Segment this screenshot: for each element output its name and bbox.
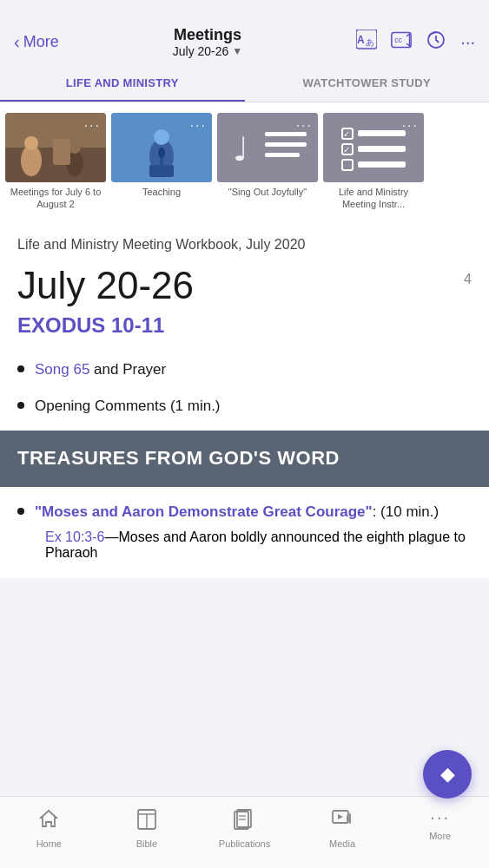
more-label: More [429, 831, 451, 841]
workbook-label: Life and Ministry Meeting Workbook, July… [17, 235, 472, 254]
publications-label: Publications [219, 838, 270, 849]
history-icon[interactable] [426, 30, 446, 55]
svg-point-18 [158, 148, 165, 158]
thumbnail-dots-4: ··· [402, 118, 419, 134]
svg-point-9 [24, 136, 38, 150]
caption-icon[interactable]: cc [391, 30, 412, 54]
song-suffix: and Prayer [89, 361, 166, 378]
tab-life-and-ministry[interactable]: LIFE AND MINISTRY [0, 66, 245, 102]
svg-rect-12 [53, 139, 70, 165]
svg-rect-30 [358, 146, 406, 152]
week-header: July 20-26 4 [17, 265, 472, 306]
thumbnail-label-2: Teaching [139, 186, 184, 198]
song-link[interactable]: Song 65 [35, 361, 89, 378]
nav-header: ‹ More Meetings July 20-26 ▼ A あ cc [0, 17, 489, 66]
page-number: 4 [464, 272, 472, 287]
thumbnail-label-4: Life and Ministry Meeting Instr... [321, 186, 426, 211]
home-label: Home [36, 838, 62, 849]
media-icon [331, 807, 354, 835]
nav-action-icons: A あ cc ··· [356, 30, 475, 55]
tab-bible[interactable]: Bible [98, 804, 196, 852]
thumbnails-section: ··· Meetings for July 6 to August 2 ··· [0, 102, 489, 218]
chevron-left-icon: ‹ [14, 32, 20, 52]
thumbnail-dots-3: ··· [296, 118, 313, 134]
moses-suffix: : (10 min.) [373, 503, 439, 520]
treasures-section-header: TREASURES FROM GOD'S WORD [0, 431, 489, 487]
translate-icon[interactable]: A あ [356, 30, 377, 55]
tab-more[interactable]: ··· More [391, 804, 489, 845]
back-button[interactable]: ‹ More [14, 32, 59, 52]
bible-icon [135, 807, 158, 835]
svg-text:✓: ✓ [343, 129, 350, 139]
meetings-title: Meetings [174, 26, 241, 44]
thumbnail-sing[interactable]: ♩ ··· "Sing Out Joyfully" [215, 113, 320, 211]
exodus-ref[interactable]: Ex 10:3-6 [45, 529, 104, 544]
bullet-dot-1 [17, 365, 24, 372]
status-bar [0, 0, 489, 17]
home-icon [37, 807, 60, 835]
fab-diamond[interactable]: ◆ [423, 750, 472, 799]
more-options-icon[interactable]: ··· [460, 32, 475, 52]
body-suffix: —Moses and Aaron boldly announced the ei… [45, 529, 466, 560]
svg-text:♩: ♩ [233, 131, 248, 168]
section-title: TREASURES FROM GOD'S WORD [17, 446, 472, 471]
scripture-reference[interactable]: EXODUS 10-11 [17, 313, 472, 338]
section-bullets: "Moses and Aaron Demonstrate Great Coura… [17, 501, 472, 523]
thumbnail-instructions[interactable]: ✓ ✓ ··· Life and Ministry Meeting Instr.… [321, 113, 426, 211]
media-label: Media [329, 838, 355, 849]
tab-publications[interactable]: Publications [195, 804, 294, 852]
tab-home[interactable]: Home [0, 804, 98, 852]
thumbnails-row: ··· Meetings for July 6 to August 2 ··· [0, 113, 489, 211]
more-dots-icon: ··· [430, 807, 450, 827]
nav-title: Meetings July 20-26 ▼ [173, 26, 242, 58]
diamond-icon: ◆ [440, 763, 455, 786]
svg-rect-23 [265, 153, 300, 157]
bullet-dot-3 [17, 508, 24, 515]
thumbnail-dots-1: ··· [84, 118, 101, 134]
svg-rect-22 [265, 142, 307, 147]
moses-link[interactable]: "Moses and Aaron Demonstrate Great Coura… [35, 503, 373, 520]
svg-point-15 [154, 129, 169, 145]
thumbnail-meetings[interactable]: ··· Meetings for July 6 to August 2 [3, 113, 108, 211]
week-title: July 20-26 [17, 265, 194, 306]
bottom-tab-bar: Home Bible Publications [0, 796, 489, 868]
opening-bullets: Song 65 and Prayer Opening Comments (1 m… [17, 358, 472, 417]
thumbnail-teaching[interactable]: ··· Teaching [109, 113, 214, 211]
svg-rect-27 [358, 130, 406, 136]
tabs-container: LIFE AND MINISTRY WATCHTOWER STUDY [0, 66, 489, 102]
svg-text:A: A [357, 34, 365, 46]
main-content: Life and Ministry Meeting Workbook, July… [0, 218, 489, 579]
thumbnail-label-1: Meetings for July 6 to August 2 [3, 186, 108, 211]
svg-marker-39 [338, 814, 343, 819]
bullet-comments: Opening Comments (1 min.) [17, 395, 472, 418]
svg-text:あ: あ [366, 37, 374, 47]
svg-rect-32 [358, 161, 406, 168]
bullet-moses: "Moses and Aaron Demonstrate Great Coura… [17, 501, 472, 523]
svg-text:✓: ✓ [343, 145, 350, 155]
publications-icon [233, 807, 255, 835]
chevron-down-icon: ▼ [232, 45, 242, 57]
bullet-song: Song 65 and Prayer [17, 358, 472, 381]
tab-media[interactable]: Media [294, 804, 392, 852]
tab-watchtower-study[interactable]: WATCHTOWER STUDY [245, 66, 490, 102]
date-range: July 20-26 [173, 44, 229, 58]
thumbnail-label-3: "Sing Out Joyfully" [225, 186, 310, 198]
opening-comments: Opening Comments (1 min.) [35, 395, 221, 418]
svg-text:cc: cc [395, 36, 403, 44]
bible-label: Bible [136, 838, 157, 849]
back-label: More [23, 33, 59, 51]
bullet-dot-2 [17, 402, 24, 409]
svg-point-11 [69, 141, 81, 154]
body-text-container: Ex 10:3-6—Moses and Aaron boldly announc… [17, 529, 472, 561]
nav-subtitle[interactable]: July 20-26 ▼ [173, 44, 242, 58]
thumbnail-dots-2: ··· [190, 118, 207, 134]
